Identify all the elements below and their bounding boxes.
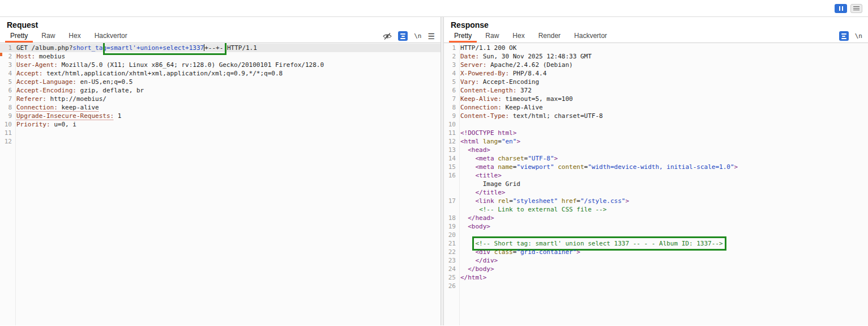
code-token: u=0, i (50, 121, 76, 128)
top-toolbar (0, 0, 868, 17)
code-token: <title> (476, 172, 502, 179)
line-number: 14 (444, 154, 456, 163)
tab-render[interactable]: Render (532, 29, 567, 43)
code-token: Keep-Alive (502, 104, 543, 111)
code-token: > (576, 248, 580, 256)
code-line[interactable]: </title> (444, 188, 868, 197)
code-line[interactable]: 10Priority: u=0, i (0, 120, 441, 129)
code-line[interactable]: Image Grid (444, 180, 868, 188)
code-token: Date: (460, 53, 479, 60)
code-line[interactable]: 14 <meta charset="UTF-8"> (444, 154, 868, 163)
code-line[interactable]: 9Content-Type: text/html; charset=UTF-8 (444, 112, 868, 120)
code-line[interactable]: 25</html> (444, 273, 868, 282)
code-line[interactable]: 5Vary: Accept-Encoding (444, 78, 868, 86)
code-line[interactable]: 15 <meta name="viewport" content="width=… (444, 163, 868, 171)
code-line[interactable]: 4X-Powered-By: PHP/8.4.4 (444, 69, 868, 78)
code-line[interactable]: 8Connection: keep-alive (0, 103, 441, 112)
pretty-print-icon[interactable] (839, 31, 849, 41)
code-line[interactable]: 1GET /album.php?short_tag=smartl'+union+… (0, 44, 441, 52)
code-line[interactable]: 26 (444, 282, 868, 290)
code-token: GET /album.php? (16, 44, 72, 52)
tab-raw[interactable]: Raw (478, 29, 506, 43)
code-token: =smartl'+union+select+1337 (106, 44, 204, 52)
code-token: <body> (468, 223, 490, 230)
code-line[interactable]: 5Accept-Language: en-US,en;q=0.5 (0, 78, 441, 86)
code-token: "viewport" (516, 163, 554, 171)
code-token: </html> (460, 274, 486, 281)
code-line[interactable]: 22 <div class="grid-container"> (444, 248, 868, 256)
code-token: HTTP/1.1 (223, 44, 257, 52)
payload-highlight-box: <!-- Short tag: smartl' union select 133… (476, 240, 723, 247)
code-token: http://moebius/ (46, 95, 106, 103)
tab-pretty[interactable]: Pretty (447, 29, 478, 43)
code-token: <!-- Link to external CSS file --> (479, 206, 606, 213)
code-token: <meta (476, 163, 498, 171)
tab-hackvertor[interactable]: Hackvertor (567, 29, 614, 43)
window-menu-icon[interactable] (850, 4, 862, 13)
code-token: Keep-Alive: (460, 95, 502, 103)
code-token: "grid-container" (516, 248, 576, 256)
code-line[interactable]: 12 (0, 137, 441, 146)
line-number: 5 (444, 78, 456, 86)
code-line[interactable]: 8Connection: Keep-Alive (444, 103, 868, 112)
code-token: <head> (468, 146, 490, 154)
code-token: moebius (35, 53, 65, 60)
newline-toggle[interactable]: \n (855, 32, 862, 40)
line-number: 3 (0, 61, 12, 69)
code-line[interactable]: 4Accept: text/html,application/xhtml+xml… (0, 69, 441, 78)
code-line[interactable]: 17 <link rel="stylesheet" href="/style.c… (444, 197, 868, 205)
tab-hex[interactable]: Hex (506, 29, 531, 43)
code-line[interactable]: 11<!DOCTYPE html> (444, 129, 868, 137)
line-number (444, 188, 456, 197)
code-token: = (509, 197, 513, 205)
code-token (460, 257, 476, 264)
code-line[interactable]: 13 <head> (444, 146, 868, 154)
code-line[interactable]: 6Content-Length: 372 (444, 86, 868, 95)
line-number: 4 (444, 69, 456, 78)
code-line[interactable]: 2Host: moebius (0, 52, 441, 61)
pause-icon[interactable] (835, 4, 847, 13)
line-number: 1 (444, 44, 456, 52)
newline-toggle[interactable]: \n (414, 32, 421, 40)
response-editor[interactable]: 1HTTP/1.1 200 OK2Date: Sun, 30 Nov 2025 … (444, 43, 868, 325)
code-line[interactable]: 3User-Agent: Mozilla/5.0 (X11; Linux x86… (0, 61, 441, 69)
code-token: <!DOCTYPE html> (460, 129, 516, 137)
code-line[interactable]: 2Date: Sun, 30 Nov 2025 12:48:33 GMT (444, 52, 868, 61)
line-number: 13 (444, 146, 456, 154)
tab-raw[interactable]: Raw (35, 29, 62, 43)
code-line[interactable]: 20 (444, 231, 868, 239)
code-token: = (498, 138, 502, 145)
code-token: "/style.css" (580, 197, 625, 205)
request-editor[interactable]: 1GET /album.php?short_tag=smartl'+union+… (0, 43, 441, 325)
code-line[interactable]: 19 <body> (444, 222, 868, 231)
tab-hex[interactable]: Hex (62, 29, 87, 43)
code-line[interactable]: <!-- Link to external CSS file --> (444, 205, 868, 214)
code-line[interactable]: 7Keep-Alive: timeout=5, max=100 (444, 95, 868, 103)
code-line[interactable]: 23 </div> (444, 256, 868, 265)
code-line[interactable]: 11 (0, 129, 441, 137)
hide-eye-icon[interactable] (383, 32, 392, 40)
code-line[interactable]: 7Referer: http://moebius/ (0, 95, 441, 103)
code-line[interactable]: 6Accept-Encoding: gzip, deflate, br (0, 86, 441, 95)
tab-hackvertor[interactable]: Hackvertor (88, 29, 134, 43)
code-line[interactable]: 10 (444, 120, 868, 129)
code-line[interactable]: 9Upgrade-Insecure-Requests: 1 (0, 112, 441, 120)
code-line[interactable]: 12<html lang="en"> (444, 137, 868, 146)
pretty-print-icon[interactable] (398, 31, 408, 41)
code-line[interactable]: 1HTTP/1.1 200 OK (444, 44, 868, 52)
tab-pretty[interactable]: Pretty (3, 29, 35, 43)
code-line[interactable]: 3Server: Apache/2.4.62 (Debian) (444, 61, 868, 69)
code-line[interactable]: 16 <title> (444, 171, 868, 180)
code-line[interactable]: 24 </body> (444, 265, 868, 273)
code-token: content (558, 163, 584, 171)
line-number: 6 (444, 86, 456, 95)
code-token: Content-Length: (460, 87, 516, 94)
request-tabbar: PrettyRawHexHackvertor \n ☰ (0, 29, 441, 43)
code-line[interactable]: 21 <!-- Short tag: smartl' union select … (444, 239, 868, 248)
line-number: 8 (444, 103, 456, 112)
line-number: 2 (0, 52, 12, 61)
editor-menu-icon[interactable]: ☰ (427, 32, 435, 40)
code-token: Vary: (460, 78, 479, 86)
code-line[interactable]: 18 </head> (444, 214, 868, 222)
code-token: Upgrade-Insecure-Requests: (16, 112, 114, 120)
